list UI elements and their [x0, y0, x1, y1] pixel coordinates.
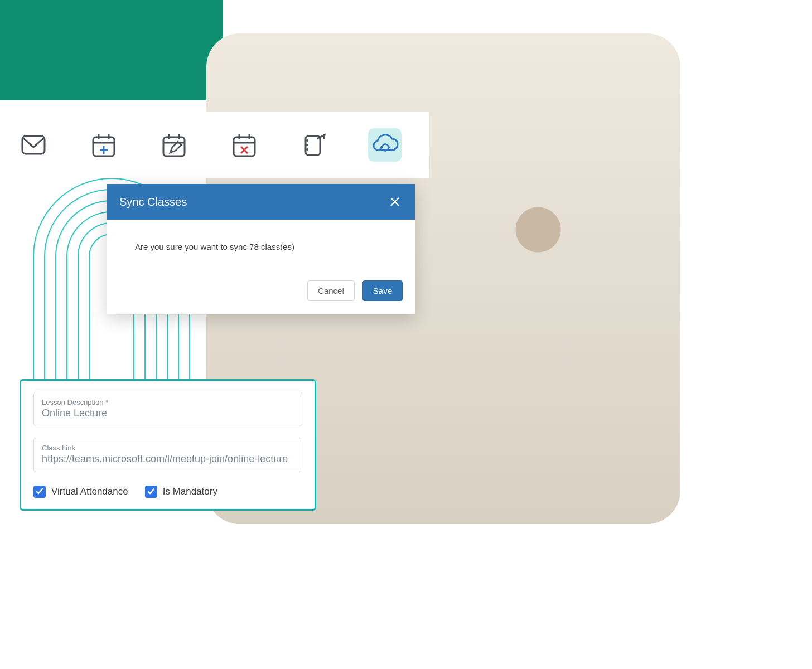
- dialog-header: Sync Classes: [107, 184, 415, 220]
- checkbox-icon: [33, 486, 46, 498]
- svg-rect-11: [234, 137, 255, 156]
- svg-point-18: [306, 139, 308, 142]
- dialog-footer: Cancel Save: [107, 280, 415, 314]
- cancel-button[interactable]: Cancel: [307, 280, 355, 301]
- virtual-attendance-label: Virtual Attendance: [51, 486, 128, 497]
- class-link-input[interactable]: [42, 453, 294, 465]
- checkbox-row: Virtual Attendance Is Mandatory: [33, 483, 302, 498]
- svg-rect-0: [22, 136, 45, 154]
- is-mandatory-check[interactable]: Is Mandatory: [145, 486, 218, 498]
- close-icon[interactable]: [387, 194, 403, 210]
- calendar-edit-icon[interactable]: [157, 128, 191, 162]
- cloud-sync-icon[interactable]: [368, 128, 402, 162]
- checkbox-icon: [145, 486, 157, 498]
- svg-point-20: [306, 148, 308, 151]
- mail-icon[interactable]: [17, 128, 50, 162]
- lesson-description-field[interactable]: Lesson Description *: [33, 392, 302, 426]
- save-button[interactable]: Save: [362, 280, 403, 301]
- calendar-add-icon[interactable]: [87, 128, 120, 162]
- share-link-icon[interactable]: [298, 128, 331, 162]
- stage: Sync Classes Are you sure you want to sy…: [0, 0, 812, 669]
- dialog-title: Sync Classes: [119, 196, 187, 209]
- virtual-attendance-check[interactable]: Virtual Attendance: [33, 486, 128, 498]
- calendar-delete-icon[interactable]: [228, 128, 261, 162]
- sync-classes-dialog: Sync Classes Are you sure you want to sy…: [107, 184, 415, 314]
- lesson-description-label: Lesson Description *: [42, 398, 294, 406]
- action-toolbar: [0, 112, 429, 178]
- svg-rect-7: [163, 137, 185, 156]
- background-accent-block: [0, 0, 223, 100]
- svg-point-19: [306, 144, 308, 146]
- lesson-form-card: Lesson Description * Class Link Virtual …: [20, 379, 316, 511]
- dialog-message: Are you sure you want to sync 78 class(e…: [107, 220, 415, 280]
- is-mandatory-label: Is Mandatory: [163, 486, 218, 497]
- lesson-description-input[interactable]: [42, 408, 294, 419]
- class-link-field[interactable]: Class Link: [33, 438, 302, 472]
- class-link-label: Class Link: [42, 444, 294, 452]
